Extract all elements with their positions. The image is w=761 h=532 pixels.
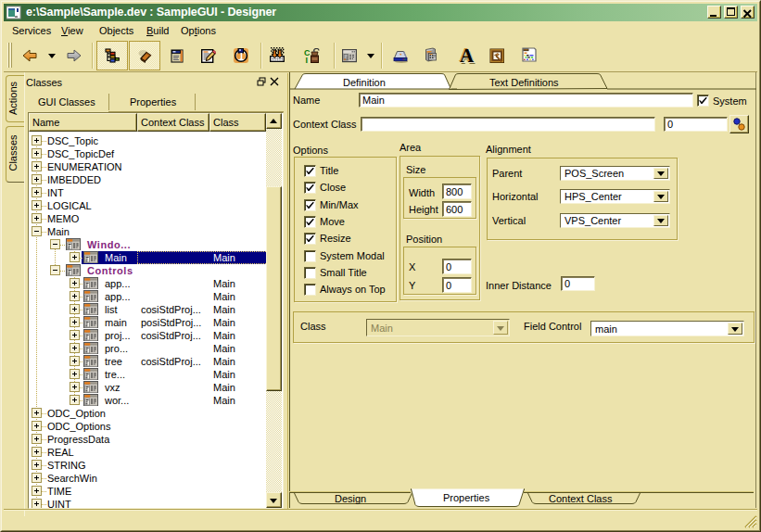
svg-text:I: I — [306, 56, 309, 63]
